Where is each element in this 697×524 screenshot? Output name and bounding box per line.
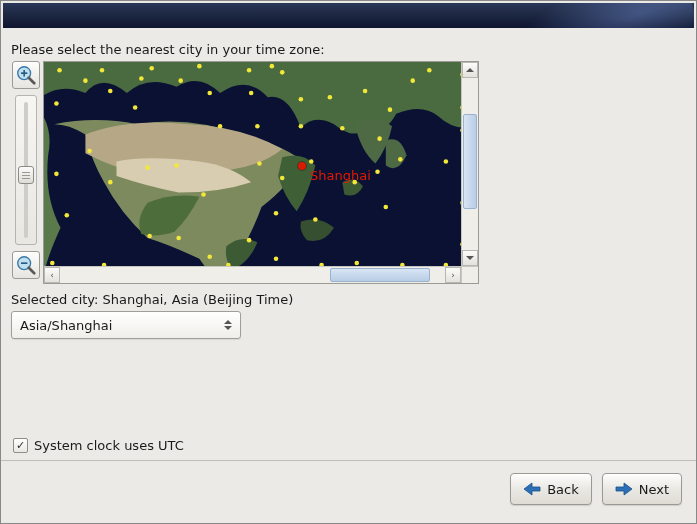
svg-point-61 [355, 261, 360, 266]
svg-point-67 [444, 159, 449, 164]
svg-point-48 [201, 192, 206, 197]
svg-point-36 [377, 136, 382, 141]
svg-point-59 [313, 217, 318, 222]
selected-city-text: Selected city: Shanghai, Asia (Beijing T… [11, 292, 686, 307]
svg-line-1 [29, 78, 35, 84]
timezone-combobox-value: Asia/Shanghai [20, 318, 112, 333]
selected-city-marker [298, 162, 306, 170]
svg-point-56 [257, 161, 262, 166]
svg-point-55 [280, 176, 285, 181]
svg-point-41 [54, 172, 59, 177]
svg-point-42 [65, 213, 70, 218]
svg-point-9 [100, 68, 105, 73]
svg-point-33 [255, 124, 260, 129]
map-horizontal-scrollbar[interactable]: ‹ › [44, 266, 478, 283]
instruction-text: Please select the nearest city in your t… [11, 42, 686, 57]
svg-point-22 [280, 70, 285, 75]
arrow-left-icon [523, 482, 541, 496]
svg-point-12 [247, 68, 252, 73]
scroll-thumb[interactable] [330, 268, 430, 282]
scroll-right-button[interactable]: › [445, 267, 461, 283]
magnifier-minus-icon [15, 254, 37, 276]
svg-point-47 [174, 163, 179, 168]
svg-point-25 [363, 89, 368, 94]
next-button[interactable]: Next [602, 473, 682, 505]
svg-point-39 [352, 180, 357, 185]
svg-point-20 [207, 91, 212, 96]
svg-point-46 [145, 165, 150, 170]
svg-point-53 [247, 238, 252, 243]
installer-header-banner [3, 3, 694, 28]
svg-point-51 [207, 254, 212, 259]
zoom-slider-thumb[interactable] [18, 166, 34, 184]
timezone-combobox[interactable]: Asia/Shanghai [11, 311, 241, 339]
scroll-corner [461, 267, 478, 283]
next-button-label: Next [639, 482, 669, 497]
scroll-track[interactable] [60, 267, 445, 283]
scroll-down-button[interactable] [462, 250, 478, 266]
svg-point-50 [176, 236, 181, 241]
svg-point-15 [83, 78, 88, 83]
svg-point-23 [299, 97, 304, 102]
svg-point-43 [50, 261, 55, 266]
svg-point-18 [133, 105, 138, 110]
arrow-right-icon [615, 482, 633, 496]
scroll-left-button[interactable]: ‹ [44, 267, 60, 283]
svg-point-54 [274, 211, 279, 216]
svg-point-49 [147, 234, 152, 239]
svg-point-32 [218, 124, 223, 129]
svg-point-62 [384, 205, 389, 210]
map-zoom-controls [11, 61, 41, 279]
timezone-map[interactable]: Shanghai [44, 62, 478, 266]
svg-point-11 [197, 64, 202, 69]
svg-point-10 [149, 66, 154, 71]
svg-point-19 [178, 78, 183, 83]
scroll-track[interactable] [462, 78, 478, 250]
svg-point-24 [328, 95, 333, 100]
svg-point-13 [270, 64, 275, 69]
scroll-up-button[interactable] [462, 62, 478, 78]
magnifier-plus-icon [15, 64, 37, 86]
svg-point-17 [108, 89, 113, 94]
map-vertical-scrollbar[interactable] [461, 62, 478, 266]
world-map-graphic [44, 62, 478, 266]
back-button-label: Back [547, 482, 579, 497]
svg-point-34 [299, 124, 304, 129]
svg-point-27 [410, 78, 415, 83]
svg-point-57 [309, 159, 314, 164]
svg-point-14 [139, 76, 144, 81]
svg-point-40 [87, 149, 92, 154]
svg-point-8 [57, 68, 62, 73]
svg-point-38 [375, 170, 380, 175]
wizard-footer: Back Next [1, 460, 696, 523]
utc-checkbox-label: System clock uses UTC [34, 438, 184, 453]
scroll-thumb[interactable] [463, 114, 477, 209]
combobox-spin-icon [220, 320, 236, 330]
svg-point-37 [398, 157, 403, 162]
svg-point-45 [108, 180, 113, 185]
zoom-slider[interactable] [15, 95, 37, 245]
timezone-map-frame: Shanghai ‹ › [43, 61, 479, 284]
svg-point-58 [274, 257, 279, 262]
svg-point-35 [340, 126, 345, 131]
zoom-in-button[interactable] [12, 61, 40, 89]
svg-point-16 [54, 101, 59, 106]
back-button[interactable]: Back [510, 473, 592, 505]
svg-point-26 [388, 107, 393, 112]
svg-line-5 [29, 268, 35, 274]
utc-checkbox[interactable]: ✓ [13, 438, 28, 453]
zoom-out-button[interactable] [12, 251, 40, 279]
svg-point-28 [427, 68, 432, 73]
svg-point-21 [249, 91, 254, 96]
